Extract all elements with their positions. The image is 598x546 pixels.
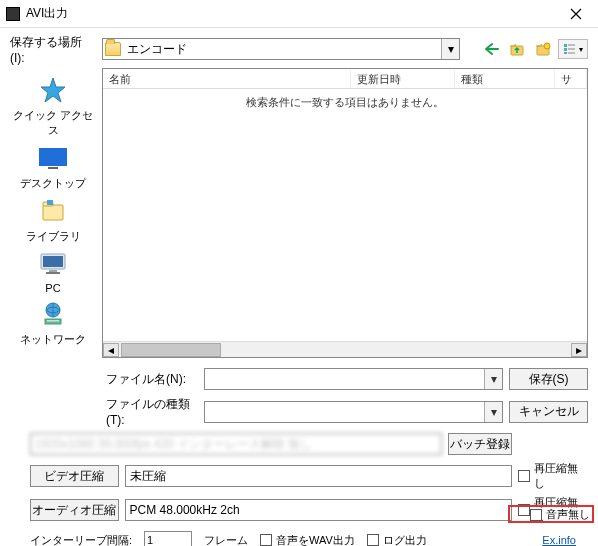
svg-rect-5	[564, 52, 567, 54]
filetype-input[interactable]: ▾	[204, 401, 503, 423]
svg-rect-21	[47, 320, 59, 322]
video-compress-button[interactable]: ビデオ圧縮	[30, 465, 119, 487]
log-output-checkbox[interactable]: ログ出力	[367, 533, 427, 547]
quick-access-icon	[38, 76, 68, 104]
col-modified[interactable]: 更新日時	[351, 69, 455, 88]
svg-rect-4	[564, 48, 567, 51]
horizontal-scrollbar[interactable]: ◂ ▸	[103, 341, 587, 357]
wav-output-checkbox[interactable]: 音声をWAV出力	[260, 533, 355, 547]
cancel-button[interactable]: キャンセル	[509, 401, 588, 423]
highlight-annotation	[508, 505, 594, 523]
interleave-input[interactable]: 1	[144, 531, 192, 546]
view-menu-button[interactable]: ▾	[558, 39, 588, 59]
network-icon	[38, 300, 68, 328]
batch-register-button[interactable]: バッチ登録	[448, 433, 512, 455]
scroll-thumb[interactable]	[121, 343, 221, 357]
save-in-label: 保存する場所(I):	[10, 34, 96, 65]
place-desktop[interactable]: デスクトップ	[20, 142, 86, 191]
save-button[interactable]: 保存(S)	[509, 368, 588, 390]
svg-marker-9	[41, 78, 65, 102]
up-button[interactable]	[506, 39, 528, 59]
col-name[interactable]: 名前	[103, 69, 351, 88]
svg-point-2	[544, 43, 550, 49]
back-arrow-icon	[483, 42, 499, 56]
interleave-unit: フレーム	[204, 533, 248, 547]
audio-compress-value: PCM 48.000kHz 2ch	[125, 499, 513, 521]
places-bar: クイック アクセス デスクトップ ライブラリ PC	[10, 68, 96, 358]
file-list: 名前 更新日時 種類 サ 検索条件に一致する項目はありません。 ◂ ▸	[102, 68, 588, 358]
pc-icon	[37, 251, 69, 277]
filetype-label: ファイルの種類(T):	[106, 396, 198, 427]
app-icon	[6, 7, 20, 21]
interleave-label: インターリーブ間隔:	[30, 533, 132, 547]
place-quick-access[interactable]: クイック アクセス	[10, 74, 96, 138]
chevron-down-icon[interactable]: ▾	[484, 402, 502, 422]
svg-rect-11	[48, 167, 58, 169]
titlebar: AVI出力	[0, 0, 598, 28]
new-folder-icon	[535, 42, 551, 56]
svg-rect-3	[564, 44, 567, 47]
chevron-down-icon[interactable]: ▾	[484, 369, 502, 389]
svg-rect-16	[43, 256, 63, 267]
folder-up-icon	[509, 42, 525, 56]
video-info-field: 1920x1080 30.000fps 420 インターレース解除 無し	[30, 433, 442, 455]
filename-input[interactable]: ▾	[204, 368, 503, 390]
libraries-icon	[38, 197, 68, 225]
svg-rect-12	[43, 205, 63, 220]
list-view-icon	[563, 43, 577, 55]
save-in-combo[interactable]: エンコード ▾	[102, 38, 460, 60]
audio-compress-button[interactable]: オーディオ圧縮	[30, 499, 119, 521]
empty-message: 検索条件に一致する項目はありません。	[103, 89, 587, 110]
new-folder-button[interactable]	[532, 39, 554, 59]
nav-icons: ▾	[480, 39, 588, 59]
filename-label: ファイル名(N):	[106, 371, 198, 388]
col-size[interactable]: サ	[555, 69, 587, 88]
chevron-down-icon[interactable]: ▾	[441, 39, 459, 59]
svg-rect-18	[46, 272, 60, 274]
place-libraries[interactable]: ライブラリ	[26, 195, 81, 244]
file-list-header[interactable]: 名前 更新日時 種類 サ	[103, 69, 587, 89]
desktop-icon	[36, 145, 70, 171]
svg-rect-17	[49, 270, 57, 272]
place-network[interactable]: ネットワーク	[20, 298, 86, 347]
place-pc[interactable]: PC	[35, 248, 71, 294]
col-type[interactable]: 種類	[455, 69, 555, 88]
save-in-value: エンコード	[127, 41, 187, 58]
video-compress-value: 未圧縮	[125, 465, 513, 487]
close-icon	[570, 8, 582, 20]
svg-rect-10	[39, 148, 67, 166]
folder-icon	[105, 42, 121, 56]
file-list-body[interactable]: 検索条件に一致する項目はありません。	[103, 89, 587, 341]
svg-rect-14	[47, 200, 53, 205]
exinfo-link[interactable]: Ex.info	[542, 534, 576, 546]
window-title: AVI出力	[26, 5, 556, 22]
back-button[interactable]	[480, 39, 502, 59]
scroll-left-icon[interactable]: ◂	[103, 343, 119, 357]
video-no-recompress-checkbox[interactable]: 再圧縮無し	[518, 461, 588, 491]
close-button[interactable]	[556, 1, 596, 27]
scroll-right-icon[interactable]: ▸	[571, 343, 587, 357]
